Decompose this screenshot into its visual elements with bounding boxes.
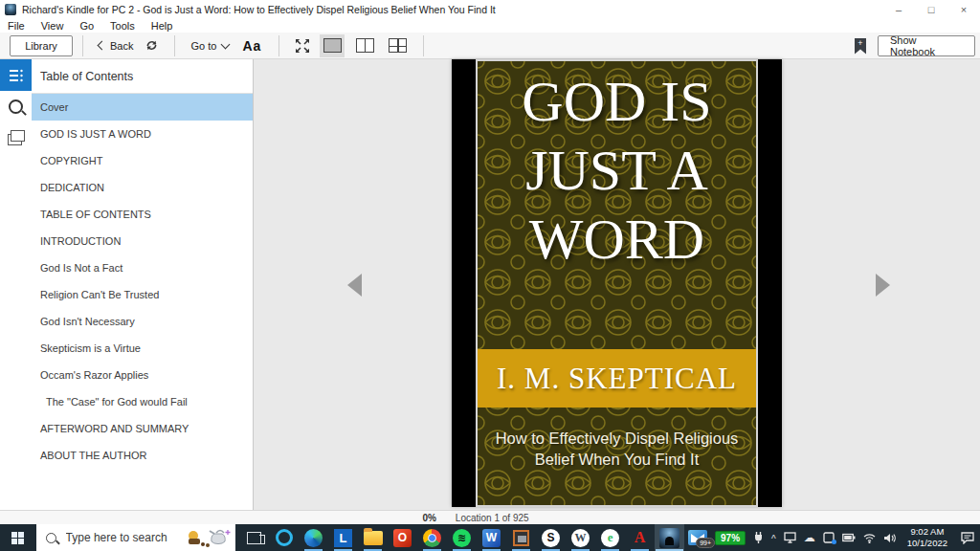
menu-file[interactable]: File — [8, 20, 25, 32]
desktop-tray-icon[interactable] — [784, 532, 796, 543]
toolbar-separator — [423, 35, 424, 56]
edge-taskbar-button[interactable] — [299, 524, 328, 551]
spotify-icon: ≋ — [453, 529, 471, 547]
toc-item[interactable]: Cover — [32, 94, 253, 121]
grid-view-icon — [389, 38, 407, 53]
two-page-view-button[interactable] — [352, 34, 377, 57]
menu-view[interactable]: View — [41, 20, 64, 32]
close-button[interactable]: × — [947, 0, 980, 19]
chrome-taskbar-button[interactable] — [417, 524, 447, 551]
system-tray: 99+ 97% ^ ☁ — [684, 524, 980, 551]
task-view-taskbar-button[interactable] — [239, 524, 269, 551]
toc-item[interactable]: COPYRIGHT — [32, 147, 253, 174]
menu-tools[interactable]: Tools — [110, 20, 135, 32]
evernote-taskbar-button[interactable]: e — [595, 524, 625, 551]
toc-panel: Table of Contents CoverGOD IS JUST A WOR… — [32, 59, 254, 510]
goto-dropdown[interactable]: Go to — [190, 40, 229, 52]
kindle-icon — [659, 528, 679, 548]
mail-tray-icon[interactable]: 99+ — [688, 530, 707, 545]
two-page-icon — [356, 38, 374, 53]
action-center-button[interactable] — [955, 532, 980, 544]
battery-meter-widget[interactable]: 97% — [715, 531, 746, 545]
next-page-arrow[interactable] — [876, 274, 890, 297]
toc-item[interactable]: TABLE OF CONTENTS — [32, 201, 253, 228]
toolbar: Library Back Go to Aa — [0, 33, 980, 59]
window-title: Richard's Kindle for PC 2 - God is Just … — [22, 4, 496, 15]
office-taskbar-button[interactable]: O — [388, 524, 417, 551]
book-cover: GOD IS JUST A WORD I. M. SKEPTICAL How t… — [476, 59, 758, 507]
battery-icon — [842, 533, 856, 542]
kindle-taskbar-button[interactable] — [655, 524, 684, 551]
maximize-button[interactable]: □ — [915, 0, 947, 19]
toc-item[interactable]: Religion Can't Be Trusted — [32, 281, 253, 308]
toolbar-separator — [82, 35, 83, 56]
reading-area: GOD IS JUST A WORD I. M. SKEPTICAL How t… — [254, 59, 980, 510]
back-button[interactable]: Back — [99, 40, 133, 52]
font-settings-button[interactable]: Aa — [242, 38, 261, 54]
alexa-taskbar-button[interactable] — [269, 524, 299, 551]
search-highlight-doodle — [186, 526, 232, 549]
kindle-for-pc-window: Richard's Kindle for PC 2 - God is Just … — [0, 0, 980, 551]
minimize-button[interactable]: – — [882, 0, 915, 19]
taskbar-clock[interactable]: 9:02 AM 10/1/2022 — [907, 526, 947, 549]
search-panel-button[interactable] — [0, 91, 32, 122]
file-explorer-icon — [364, 531, 383, 545]
toc-item[interactable]: God Isn't Necessary — [32, 308, 253, 335]
acrobat-icon: A — [630, 527, 651, 548]
toc-item[interactable]: The "Case" for God would Fail — [32, 388, 253, 415]
title-bar: Richard's Kindle for PC 2 - God is Just … — [0, 0, 980, 19]
menu-go[interactable]: Go — [79, 20, 94, 32]
start-button[interactable] — [0, 524, 36, 551]
cover-author-band: I. M. SKEPTICAL — [478, 349, 756, 408]
battery-tray-icon[interactable] — [842, 533, 856, 542]
toc-panel-button[interactable] — [0, 59, 32, 91]
toc-item[interactable]: Skepticism is a Virtue — [32, 335, 253, 362]
library-button[interactable]: Library — [10, 35, 73, 56]
spotify-taskbar-button[interactable]: ≋ — [447, 524, 477, 551]
onedrive-icon[interactable]: ☁ — [804, 531, 815, 544]
status-bar: 0% Location 1 of 925 — [0, 510, 980, 524]
word-taskbar-button[interactable]: W — [477, 524, 506, 551]
taskbar-search[interactable] — [36, 524, 235, 551]
progress-percent: 0% — [422, 513, 435, 523]
sync-button[interactable] — [145, 38, 159, 53]
s-app-taskbar-button[interactable]: S — [536, 524, 566, 551]
toc-item[interactable]: ABOUT THE AUTHOR — [32, 442, 253, 469]
toc-item[interactable]: God Is Not a Fact — [32, 254, 253, 281]
single-page-view-button[interactable] — [320, 34, 345, 57]
bookmark-plus-icon: + — [855, 39, 866, 48]
office-icon: O — [393, 529, 412, 547]
toc-item[interactable]: AFTERWORD AND SUMMARY — [32, 415, 253, 442]
grid-view-button[interactable] — [385, 34, 410, 57]
windows-logo-icon — [11, 532, 24, 544]
acrobat-taskbar-button[interactable]: A — [625, 524, 655, 551]
search-input[interactable] — [64, 530, 183, 545]
fullscreen-button[interactable] — [295, 38, 310, 54]
cover-author: I. M. SKEPTICAL — [497, 362, 737, 396]
back-label: Back — [110, 40, 133, 52]
toc-item[interactable]: GOD IS JUST A WORD — [32, 121, 253, 147]
s-app-icon: S — [542, 529, 560, 547]
book-page: GOD IS JUST A WORD I. M. SKEPTICAL How t… — [452, 59, 782, 507]
wifi-tray-icon[interactable] — [863, 533, 876, 543]
bookmark-button[interactable]: + — [855, 38, 866, 55]
file-explorer-taskbar-button[interactable] — [358, 524, 388, 551]
toc-list-icon — [9, 69, 24, 82]
date-text: 10/1/2022 — [907, 538, 947, 549]
l-app-taskbar-button[interactable]: L — [328, 524, 358, 551]
toc-item[interactable]: Occam's Razor Applies — [32, 362, 253, 388]
show-notebook-button[interactable]: Show Notebook — [878, 35, 975, 56]
taskbar: LO≋WSWeA 99+ 97% ^ ☁ — [0, 524, 980, 551]
tray-expand-button[interactable]: ^ — [771, 534, 776, 544]
plug-tray-icon[interactable] — [753, 532, 764, 543]
toc-item[interactable]: DEDICATION — [32, 174, 253, 201]
remote-app-taskbar-button[interactable] — [506, 524, 536, 551]
menu-help[interactable]: Help — [151, 20, 173, 32]
wordpress-taskbar-button[interactable]: W — [566, 524, 595, 551]
pages-panel-button[interactable] — [0, 122, 32, 154]
volume-tray-icon[interactable] — [883, 533, 896, 543]
previous-page-arrow[interactable] — [347, 274, 362, 297]
toc-item[interactable]: INTRODUCTION — [32, 228, 253, 254]
teams-tray-icon[interactable] — [823, 532, 835, 543]
chevron-down-icon — [221, 39, 231, 49]
